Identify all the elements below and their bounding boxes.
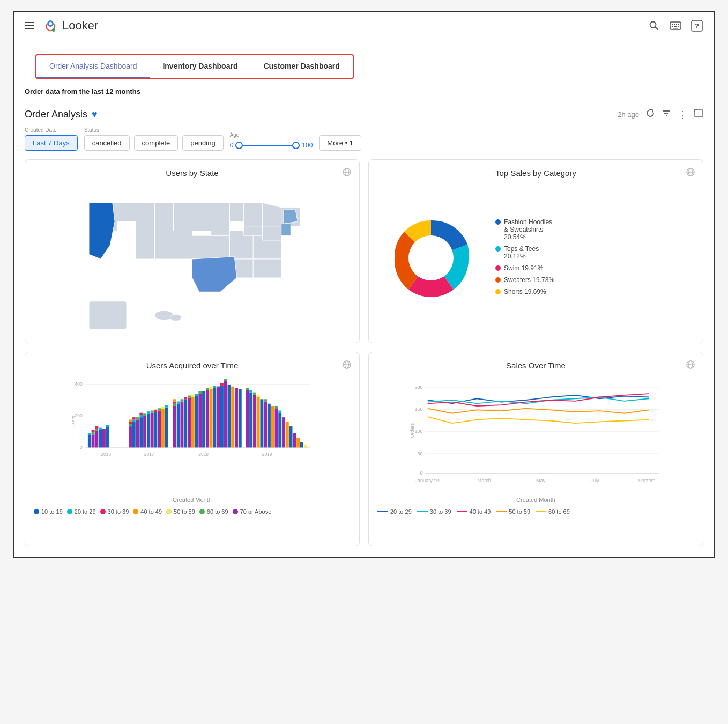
- svg-rect-106: [181, 402, 184, 448]
- legend-dot-shorts: [495, 289, 501, 294]
- svg-rect-130: [228, 385, 231, 448]
- line-chart-container: 200 150 100 50 0 Orders: [377, 376, 694, 537]
- svg-rect-79: [132, 419, 136, 422]
- pending-button[interactable]: pending: [182, 135, 223, 151]
- header-left: Looker: [25, 18, 98, 33]
- dashboard-header: Order Analysis ♥ 2h ago: [25, 102, 703, 127]
- svg-text:?: ?: [695, 22, 699, 30]
- donut-legend: Fashion Hoodies& Sweatshirts20.54% Tops …: [495, 218, 694, 300]
- svg-marker-45: [284, 210, 298, 224]
- line-chart-x-label: Created Month: [377, 497, 694, 503]
- svg-marker-36: [192, 235, 230, 259]
- svg-rect-120: [206, 388, 209, 390]
- svg-rect-102: [173, 402, 176, 404]
- last-7-days-button[interactable]: Last 7 Days: [25, 135, 78, 151]
- svg-rect-128: [224, 381, 227, 447]
- svg-marker-29: [211, 203, 230, 231]
- line-legend-label-60: 60 to 69: [548, 508, 570, 515]
- globe-icon-users[interactable]: [342, 360, 352, 372]
- complete-button[interactable]: complete: [134, 135, 179, 151]
- sales-over-time-card: Sales Over Time 200 150 100 50: [368, 352, 703, 546]
- svg-marker-32: [263, 203, 281, 226]
- users-by-state-title: Users by State: [34, 168, 351, 178]
- globe-icon-sales[interactable]: [686, 167, 695, 180]
- timestamp: 2h ago: [618, 110, 639, 119]
- svg-rect-85: [139, 413, 143, 415]
- dashboard: Order Analysis ♥ 2h ago: [14, 102, 714, 557]
- svg-rect-132: [235, 388, 238, 448]
- svg-rect-119: [206, 390, 209, 447]
- svg-rect-92: [154, 412, 157, 448]
- svg-marker-31: [244, 203, 263, 226]
- donut-chart-svg: [377, 204, 485, 312]
- svg-marker-25: [136, 203, 155, 231]
- svg-rect-9: [678, 24, 679, 25]
- svg-rect-81: [136, 419, 139, 447]
- svg-rect-121: [210, 389, 213, 448]
- svg-point-3: [650, 22, 656, 28]
- legend-label-shorts: Shorts 19.69%: [504, 288, 546, 295]
- svg-rect-63: [92, 434, 95, 448]
- slider-thumb-right[interactable]: [292, 142, 300, 149]
- svg-marker-44: [263, 226, 281, 240]
- svg-rect-154: [293, 433, 296, 448]
- bar-legend-dot-50: [166, 509, 172, 514]
- status-buttons: cancelled complete pending: [84, 135, 224, 151]
- created-date-label: Created Date: [25, 127, 78, 133]
- tab-customer[interactable]: Customer Dashboard: [250, 55, 352, 78]
- svg-text:2018: 2018: [198, 452, 209, 457]
- top-sales-card: Top Sales by Category: [368, 159, 703, 343]
- svg-rect-103: [173, 399, 176, 401]
- svg-text:50: 50: [417, 451, 422, 456]
- refresh-icon[interactable]: [645, 108, 655, 121]
- svg-rect-115: [195, 394, 198, 396]
- filters: Created Date Last 7 Days Status cancelle…: [25, 127, 703, 159]
- subtitle: Order data from the last 12 months: [14, 87, 714, 102]
- svg-rect-86: [143, 416, 146, 448]
- svg-rect-156: [300, 442, 303, 448]
- age-slider-container: 0 100: [230, 140, 313, 151]
- svg-rect-134: [246, 390, 249, 447]
- tab-order-analysis[interactable]: Order Analysis Dashboard: [36, 55, 150, 78]
- svg-point-47: [170, 314, 181, 321]
- search-icon[interactable]: [648, 19, 660, 32]
- age-filter: Age 0 100: [230, 132, 313, 151]
- svg-rect-78: [132, 422, 136, 448]
- svg-text:100: 100: [414, 429, 422, 434]
- heart-icon[interactable]: ♥: [92, 109, 98, 120]
- svg-rect-10: [672, 26, 673, 27]
- keyboard-icon[interactable]: [669, 19, 682, 32]
- globe-icon-map[interactable]: [342, 167, 352, 180]
- fullscreen-icon[interactable]: [694, 108, 703, 121]
- legend-dot-sweaters: [495, 277, 501, 283]
- more-filters-button[interactable]: More • 1: [319, 135, 361, 151]
- slider-thumb-left[interactable]: [235, 142, 243, 149]
- svg-marker-35: [155, 231, 192, 260]
- age-min-value: 0: [230, 142, 234, 149]
- svg-rect-116: [198, 394, 202, 448]
- svg-rect-143: [264, 402, 267, 448]
- bar-legend-label-20: 20 to 29: [75, 508, 96, 515]
- svg-rect-151: [282, 417, 285, 448]
- tab-inventory[interactable]: Inventory Dashboard: [150, 55, 250, 78]
- filter-icon[interactable]: [662, 108, 671, 121]
- age-slider[interactable]: [235, 140, 300, 151]
- svg-rect-135: [246, 388, 249, 390]
- hamburger-icon[interactable]: [25, 22, 34, 29]
- cancelled-button[interactable]: cancelled: [84, 135, 130, 151]
- help-icon[interactable]: ?: [690, 19, 703, 32]
- svg-rect-66: [95, 431, 98, 448]
- more-vert-icon[interactable]: ⋮: [678, 109, 687, 121]
- bar-legend-dot-60: [199, 509, 205, 514]
- bar-legend-dot-10: [34, 509, 39, 514]
- svg-rect-117: [198, 391, 202, 394]
- svg-rect-80: [132, 417, 136, 419]
- line-legend-color-60: [536, 511, 546, 512]
- top-sales-title: Top Sales by Category: [377, 168, 694, 178]
- looker-logo-icon: [43, 18, 58, 33]
- sales-over-time-title: Sales Over Time: [377, 361, 694, 370]
- header-right: ?: [648, 19, 703, 32]
- globe-icon-sales-time[interactable]: [686, 360, 695, 372]
- svg-rect-126: [220, 386, 224, 448]
- svg-rect-12: [678, 26, 679, 27]
